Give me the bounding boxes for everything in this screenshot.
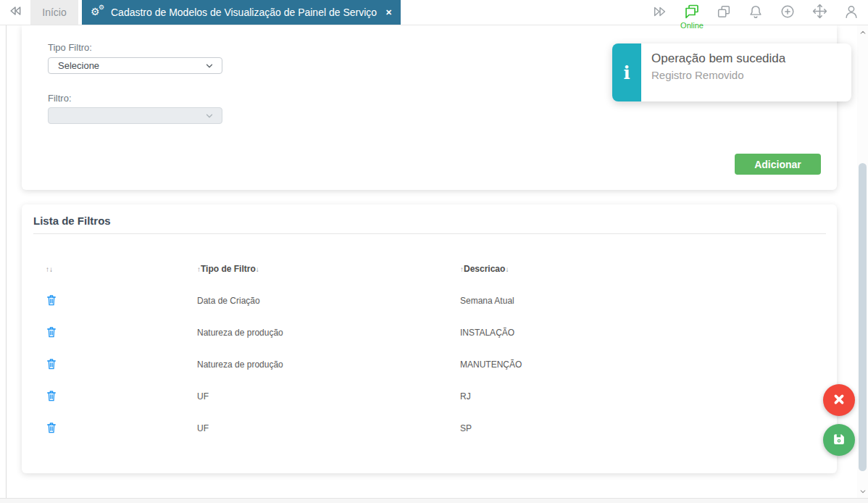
delete-row-button[interactable] — [46, 325, 57, 341]
cell-tipo-de-filtro: Data de Criação — [197, 296, 260, 306]
trash-icon — [46, 421, 57, 437]
plus-circle-icon — [780, 4, 796, 22]
person-icon — [843, 4, 859, 22]
add-button[interactable] — [778, 4, 797, 22]
list-title: Lista de Filtros — [33, 215, 111, 227]
column-header-actions[interactable]: ↑↓ — [46, 264, 53, 274]
topbar-actions: Online — [651, 0, 861, 25]
left-edge-divider — [6, 25, 7, 498]
cancel-fab-button[interactable] — [823, 384, 855, 416]
cell-tipo-de-filtro: UF — [197, 391, 209, 402]
tipo-filtro-select[interactable]: Selecione — [48, 57, 222, 74]
save-fab-button[interactable] — [823, 424, 855, 456]
copy-icon — [716, 4, 732, 22]
notifications-button[interactable] — [746, 4, 765, 22]
table-row: Natureza de produção INSTALAÇÃO — [22, 328, 837, 345]
scroll-down-icon[interactable] — [857, 486, 868, 496]
divider — [33, 233, 826, 234]
toast-notification[interactable]: i Operação bem sucedida Registro Removid… — [612, 43, 851, 101]
table-row: Data de Criação Semana Atual — [22, 296, 837, 313]
cell-descricao: RJ — [460, 391, 471, 402]
lista-de-filtros-card: Lista de Filtros ↑↓ ↑Tipo de Filtro↓ ↑De… — [22, 204, 837, 473]
vertical-scrollbar[interactable] — [857, 25, 868, 498]
table-row: UF SP — [22, 423, 837, 441]
scroll-up-icon[interactable] — [857, 27, 868, 38]
column-header-descricao[interactable]: ↑Descricao↓ — [460, 264, 509, 274]
table-header-row: ↑↓ ↑Tipo de Filtro↓ ↑Descricao↓ — [22, 264, 837, 281]
adicionar-button[interactable]: Adicionar — [735, 154, 821, 175]
filtro-select-disabled — [48, 107, 222, 124]
cell-tipo-de-filtro: Natureza de produção — [197, 359, 283, 370]
chevron-down-icon — [204, 111, 214, 121]
fast-forward-icon — [652, 4, 668, 22]
trash-icon — [46, 294, 57, 309]
collapse-tabs-button[interactable] — [0, 0, 30, 25]
cell-descricao: SP — [460, 423, 472, 433]
fast-forward-button[interactable] — [651, 4, 669, 22]
table-row: UF RJ — [22, 391, 837, 409]
delete-row-button[interactable] — [46, 357, 57, 373]
cell-tipo-de-filtro: UF — [197, 423, 209, 433]
cell-descricao: INSTALAÇÃO — [460, 328, 514, 338]
trash-icon — [46, 325, 57, 341]
rewind-icon — [8, 4, 22, 21]
close-tab-icon[interactable]: ✕ — [385, 8, 392, 17]
filtro-label: Filtro: — [48, 93, 72, 104]
user-button[interactable] — [842, 4, 861, 22]
copy-button[interactable] — [714, 4, 733, 22]
tab-active-label: Cadastro de Modelos de Visualização de P… — [111, 7, 377, 18]
tipo-filtro-selected-value: Selecione — [58, 60, 99, 71]
gears-icon: ⚙ ⚙ — [91, 6, 105, 19]
move-arrows-icon — [811, 3, 828, 22]
delete-row-button[interactable] — [46, 389, 57, 405]
chat-button[interactable]: Online — [683, 4, 701, 22]
info-icon: i — [612, 43, 641, 101]
column-header-tipo-de-filtro[interactable]: ↑Tipo de Filtro↓ — [197, 264, 259, 274]
delete-row-button[interactable] — [46, 421, 57, 437]
trash-icon — [46, 389, 57, 405]
bell-icon — [748, 4, 764, 22]
cell-descricao: Semana Atual — [460, 296, 514, 306]
chevron-down-icon — [204, 61, 214, 71]
toast-body: Operação bem sucedida Registro Removido — [641, 43, 796, 101]
cell-tipo-de-filtro: Natureza de produção — [197, 328, 283, 338]
tab-cadastro-modelos[interactable]: ⚙ ⚙ Cadastro de Modelos de Visualização … — [82, 0, 401, 25]
online-status-label: Online — [680, 21, 704, 30]
tipo-filtro-label: Tipo Filtro: — [48, 42, 92, 53]
cell-descricao: MANUTENÇÃO — [460, 359, 522, 370]
chat-icon — [683, 3, 701, 23]
trash-icon — [46, 357, 57, 373]
toast-message: Registro Removido — [651, 69, 785, 81]
scrollbar-thumb[interactable] — [859, 163, 867, 471]
bottom-edge-strip — [0, 498, 868, 503]
tab-inicio-label: Início — [42, 7, 66, 18]
close-icon — [831, 391, 847, 410]
table-row: Natureza de produção MANUTENÇÃO — [22, 359, 837, 377]
tab-inicio[interactable]: Início — [30, 0, 78, 25]
move-button[interactable] — [810, 4, 829, 22]
delete-row-button[interactable] — [46, 294, 57, 309]
toast-title: Operação bem sucedida — [651, 51, 785, 66]
save-icon — [831, 431, 847, 449]
top-tab-bar: Início ⚙ ⚙ Cadastro de Modelos de Visual… — [0, 0, 868, 25]
